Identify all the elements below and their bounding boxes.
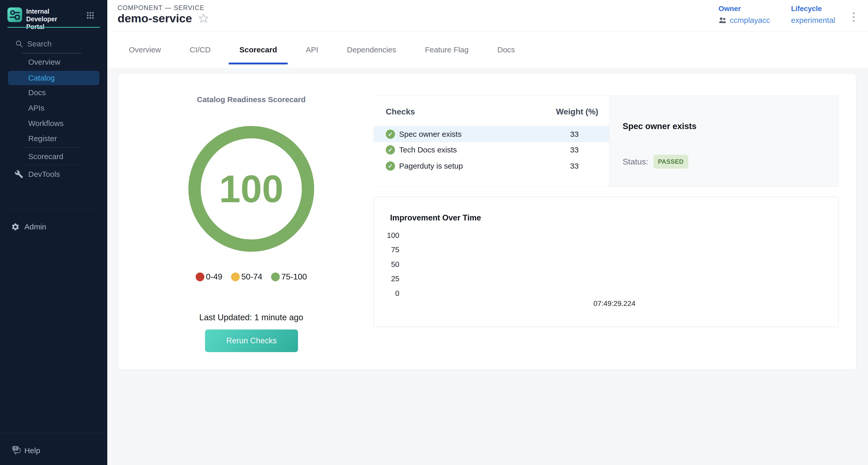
y-axis-tick: 100 — [381, 231, 399, 240]
breadcrumb: COMPONENT — SERVICE — [118, 4, 205, 11]
sidebar-item-register[interactable]: Register — [0, 131, 107, 146]
legend-item-low: 0-49 — [195, 272, 222, 281]
lifecycle-block: Lifecycle experimental — [791, 5, 835, 25]
score-legend: 0-49 50-74 75-100 — [195, 272, 307, 281]
sidebar-item-docs[interactable]: Docs — [0, 86, 107, 100]
lifecycle-value: experimental — [791, 16, 835, 25]
gear-icon — [11, 222, 20, 231]
sidebar-divider — [22, 147, 81, 148]
sidebar-item-label: Overview — [28, 58, 60, 66]
legend-dot-amber — [231, 273, 240, 281]
y-axis-tick: 75 — [381, 246, 399, 254]
rerun-checks-button[interactable]: Rerun Checks — [205, 330, 298, 352]
sidebar-divider — [7, 209, 100, 210]
status-label: Status: — [623, 157, 648, 166]
help-chat-icon: ? — [11, 445, 22, 455]
svg-text:?: ? — [14, 446, 17, 451]
tab-feature-flag[interactable]: Feature Flag — [425, 32, 469, 68]
search-icon — [15, 39, 24, 48]
wrench-icon — [14, 170, 23, 179]
entity-meta: Owner ccmplayacc Lifecycle — [719, 5, 835, 25]
sidebar-item-admin[interactable]: Admin — [0, 220, 107, 234]
last-updated-text: Last Updated: 1 minute ago — [199, 313, 303, 322]
sidebar-item-label: Docs — [28, 88, 46, 97]
sidebar-search — [0, 38, 107, 51]
brand-divider — [7, 27, 100, 28]
sidebar-item-overview[interactable]: Overview — [0, 55, 107, 69]
chart-title: Improvement Over Time — [390, 213, 481, 222]
lifecycle-label: Lifecycle — [791, 5, 835, 13]
y-axis-tick: 0 — [381, 289, 399, 298]
tab-dependencies[interactable]: Dependencies — [347, 32, 396, 68]
sidebar-item-label: Scorecard — [28, 152, 63, 161]
check-row-tech-docs[interactable]: Tech Docs exists 33 — [373, 142, 609, 158]
app-root: Internal Developer Portal Overview — [0, 0, 868, 465]
legend-dot-red — [195, 273, 204, 281]
sidebar-item-help[interactable]: ? Help — [0, 443, 107, 458]
status-badge: PASSED — [653, 155, 688, 168]
score-value: 100 — [188, 126, 314, 252]
x-axis-tick: 07:49:29.224 — [593, 300, 636, 308]
sidebar-item-workflows[interactable]: Workflows — [0, 116, 107, 131]
legend-item-mid: 50-74 — [231, 272, 262, 281]
star-icon[interactable] — [198, 13, 209, 24]
sidebar-item-label: Register — [28, 134, 57, 143]
improvement-chart: Improvement Over Time 100 75 50 25 0 07:… — [373, 197, 838, 327]
tab-cicd[interactable]: CI/CD — [190, 32, 211, 68]
apps-grid-icon[interactable] — [87, 11, 94, 19]
tab-api[interactable]: API — [306, 32, 318, 68]
sidebar-item-apis[interactable]: APIs — [0, 101, 107, 115]
users-icon — [719, 17, 727, 24]
app-logo-icon — [7, 7, 22, 22]
legend-item-high: 75-100 — [271, 272, 307, 281]
help-label: Help — [24, 446, 40, 455]
page-title: demo-service — [118, 12, 192, 25]
active-tab-underline — [229, 63, 288, 64]
scorecard-card: Catalog Readiness Scorecard 100 0-49 50-… — [118, 74, 856, 370]
check-detail-title: Spec owner exists — [623, 121, 696, 131]
y-axis-tick: 25 — [381, 275, 399, 283]
checks-table: Checks Weight (%) Spec owner exists 33 T… — [373, 96, 609, 187]
scorecard-title: Catalog Readiness Scorecard — [197, 95, 306, 104]
sidebar-item-label: DevTools — [28, 170, 60, 179]
tab-overview[interactable]: Overview — [129, 32, 161, 68]
check-circle-icon — [386, 130, 395, 139]
y-axis-tick: 50 — [381, 260, 399, 269]
tab-scorecard[interactable]: Scorecard — [240, 32, 277, 68]
search-input[interactable] — [27, 38, 82, 49]
owner-value[interactable]: ccmplayacc — [730, 16, 770, 25]
legend-dot-green — [271, 273, 280, 281]
admin-label: Admin — [24, 222, 46, 231]
weight-column-header: Weight (%) — [551, 107, 598, 117]
tabbar: Overview CI/CD Scorecard API Dependencie… — [107, 32, 868, 68]
entity-header: COMPONENT — SERVICE demo-service Owner — [107, 0, 868, 32]
check-row-pagerduty[interactable]: Pagerduty is setup 33 — [373, 158, 609, 174]
owner-block: Owner ccmplayacc — [719, 5, 770, 25]
check-row-spec-owner[interactable]: Spec owner exists 33 — [373, 126, 609, 142]
sidebar-item-label: Catalog — [28, 74, 55, 82]
content-area: Catalog Readiness Scorecard 100 0-49 50-… — [107, 68, 868, 465]
help-divider — [0, 433, 107, 433]
sidebar: Internal Developer Portal Overview — [0, 0, 107, 465]
owner-label: Owner — [719, 5, 770, 13]
sidebar-item-label: Workflows — [28, 119, 64, 128]
check-circle-icon — [386, 145, 395, 154]
sidebar-item-devtools[interactable]: DevTools — [0, 167, 107, 181]
tab-docs[interactable]: Docs — [497, 32, 515, 68]
kebab-menu-icon[interactable] — [851, 11, 856, 23]
checks-panel: Checks Weight (%) Spec owner exists 33 T… — [373, 95, 838, 187]
sidebar-item-scorecard[interactable]: Scorecard — [0, 149, 107, 164]
search-underline — [22, 53, 81, 53]
check-circle-icon — [386, 161, 395, 170]
checks-column-header: Checks — [386, 107, 415, 117]
sidebar-item-label: APIs — [28, 104, 44, 113]
score-gauge: 100 — [188, 126, 314, 252]
check-detail-panel: Spec owner exists Status: PASSED — [609, 96, 838, 187]
sidebar-item-catalog[interactable]: Catalog — [8, 71, 99, 85]
